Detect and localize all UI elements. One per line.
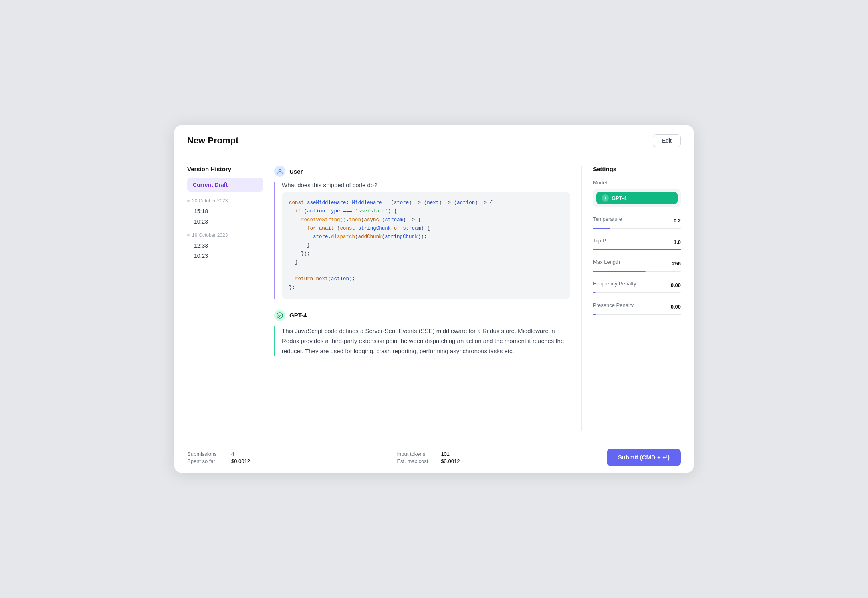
submissions-row: Submissions 4 xyxy=(187,451,250,457)
model-badge[interactable]: ✦ GPT-4 xyxy=(596,192,678,204)
max-length-label: Max Length xyxy=(593,259,620,265)
sidebar: Version History Current Draft 20 October… xyxy=(187,166,263,431)
model-label: Model xyxy=(593,180,681,186)
presence-penalty-row: Presence Penalty 0.00 xyxy=(593,302,681,311)
model-badge-icon: ✦ xyxy=(602,194,609,202)
submissions-value: 4 xyxy=(231,451,234,457)
svg-point-0 xyxy=(279,169,281,172)
frequency-penalty-label: Frequency Penalty xyxy=(593,281,636,287)
presence-penalty-slider[interactable] xyxy=(593,314,681,315)
main-window: New Prompt Edit Version History Current … xyxy=(174,125,694,473)
top-p-slider[interactable] xyxy=(593,249,681,250)
input-tokens-row: Input tokens 101 xyxy=(397,451,460,457)
gpt-message-content: This JavaScript code defines a Server-Se… xyxy=(274,326,570,356)
frequency-penalty-row: Frequency Penalty 0.00 xyxy=(593,281,681,290)
temperature-value: 0.2 xyxy=(674,218,681,224)
page-title: New Prompt xyxy=(187,135,238,146)
temperature-label: Temperature xyxy=(593,216,622,222)
submit-button[interactable]: Submit (CMD + ↵) xyxy=(607,449,681,466)
frequency-penalty-slider[interactable] xyxy=(593,292,681,293)
chat-main: User What does this snipped of code do? … xyxy=(274,166,570,431)
input-tokens-label: Input tokens xyxy=(397,451,433,457)
footer-stats-right: Input tokens 101 Est. max cost $0.0012 xyxy=(397,451,460,464)
frequency-penalty-fill xyxy=(593,292,596,293)
est-cost-row: Est. max cost $0.0012 xyxy=(397,458,460,464)
version-date-2: 19 October 2023 xyxy=(187,232,263,238)
version-item-1-2[interactable]: 10:23 xyxy=(187,216,263,227)
model-setting: Model ✦ GPT-4 xyxy=(593,180,681,207)
version-item-2-1[interactable]: 12:33 xyxy=(187,240,263,251)
version-item-2-2[interactable]: 10:23 xyxy=(187,251,263,261)
model-name: GPT-4 xyxy=(612,195,627,201)
max-length-setting: Max Length 256 xyxy=(593,259,681,272)
max-length-row: Max Length 256 xyxy=(593,259,681,268)
settings-panel: Settings Model ✦ GPT-4 Temperature 0.2 xyxy=(593,166,681,431)
est-cost-value: $0.0012 xyxy=(441,458,460,464)
version-date-1: 20 October 2023 xyxy=(187,198,263,204)
sidebar-title: Version History xyxy=(187,166,263,172)
footer-submissions-group: Submissions 4 Spent so far $0.0012 xyxy=(187,451,250,464)
version-item-1-1[interactable]: 15:18 xyxy=(187,206,263,216)
presence-penalty-label: Presence Penalty xyxy=(593,302,634,308)
settings-title: Settings xyxy=(593,166,681,172)
footer-stats-left: Submissions 4 Spent so far $0.0012 xyxy=(187,451,250,464)
edit-button[interactable]: Edit xyxy=(653,134,681,147)
content-area: Version History Current Draft 20 October… xyxy=(174,154,694,442)
user-message-text: What does this snipped of code do? xyxy=(282,182,570,188)
frequency-penalty-setting: Frequency Penalty 0.00 xyxy=(593,281,681,293)
max-length-fill xyxy=(593,271,646,272)
temperature-row: Temperature 0.2 xyxy=(593,216,681,225)
top-p-value: 1.0 xyxy=(674,239,681,245)
est-cost-label: Est. max cost xyxy=(397,458,433,464)
frequency-penalty-value: 0.00 xyxy=(671,282,681,288)
temperature-slider[interactable] xyxy=(593,228,681,229)
version-group-1: 20 October 2023 15:18 10:23 xyxy=(187,198,263,227)
temperature-fill xyxy=(593,228,610,229)
gpt-icon xyxy=(274,310,285,321)
user-message-content: What does this snipped of code do? const… xyxy=(274,182,570,299)
presence-penalty-setting: Presence Penalty 0.00 xyxy=(593,302,681,315)
gpt-message-header: GPT-4 xyxy=(274,310,570,321)
user-icon xyxy=(274,166,285,177)
version-group-2: 19 October 2023 12:33 10:23 xyxy=(187,232,263,261)
top-p-fill xyxy=(593,249,681,250)
user-message-block: User What does this snipped of code do? … xyxy=(274,166,570,299)
svg-point-1 xyxy=(277,313,283,318)
top-p-label: Top P xyxy=(593,238,606,244)
submissions-label: Submissions xyxy=(187,451,223,457)
max-length-value: 256 xyxy=(672,261,681,267)
footer: Submissions 4 Spent so far $0.0012 Input… xyxy=(174,442,694,473)
vertical-divider xyxy=(581,166,582,431)
user-label: User xyxy=(289,168,303,175)
top-p-setting: Top P 1.0 xyxy=(593,238,681,250)
max-length-slider[interactable] xyxy=(593,271,681,272)
gpt-message-block: GPT-4 This JavaScript code defines a Ser… xyxy=(274,310,570,356)
footer-tokens-group: Input tokens 101 Est. max cost $0.0012 xyxy=(397,451,460,464)
presence-penalty-fill xyxy=(593,314,596,315)
top-p-row: Top P 1.0 xyxy=(593,238,681,247)
user-message-header: User xyxy=(274,166,570,177)
spent-value: $0.0012 xyxy=(231,458,250,464)
temperature-setting: Temperature 0.2 xyxy=(593,216,681,229)
spent-label: Spent so far xyxy=(187,458,223,464)
input-tokens-value: 101 xyxy=(441,451,450,457)
gpt-response-text: This JavaScript code defines a Server-Se… xyxy=(282,326,570,356)
presence-penalty-value: 0.00 xyxy=(671,304,681,310)
current-draft-item[interactable]: Current Draft xyxy=(187,178,263,192)
titlebar: New Prompt Edit xyxy=(174,125,694,154)
gpt-label: GPT-4 xyxy=(289,312,307,319)
code-block: const sseMiddleware: Middleware = (store… xyxy=(282,192,570,299)
spent-row: Spent so far $0.0012 xyxy=(187,458,250,464)
model-container: ✦ GPT-4 xyxy=(593,189,681,207)
